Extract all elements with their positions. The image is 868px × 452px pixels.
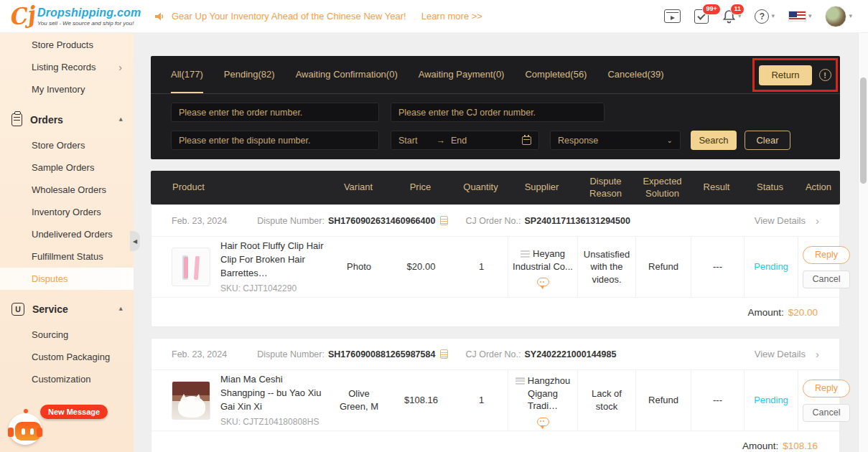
supplier-name[interactable]: Hangzhou Qigang Tradi… (513, 375, 573, 413)
main-content: All(177) Pending(82) Awaiting Confirmati… (134, 33, 858, 452)
sidebar-item-custom-packaging[interactable]: Custom Packaging (0, 346, 134, 368)
account-menu[interactable]: ▾ (825, 6, 852, 27)
reply-button[interactable]: Reply (803, 380, 850, 397)
product-image[interactable] (172, 381, 210, 420)
column-product: Product (151, 182, 330, 194)
date-range-picker[interactable]: Start → End (391, 131, 539, 150)
cancel-button[interactable]: Cancel (803, 270, 850, 288)
sidebar-item-label: Sourcing (32, 329, 68, 340)
search-button[interactable]: Search (691, 131, 737, 150)
dispute-card: Feb. 23, 2024 Dispute Number: SH17609026… (151, 204, 840, 327)
view-details-link[interactable]: View Details › (755, 215, 819, 227)
tasks-button[interactable]: 99+ (694, 9, 709, 24)
new-message-badge[interactable]: New Message (40, 405, 108, 419)
sidebar-item-store-products[interactable]: Store Products (0, 34, 134, 56)
caret-down-icon: ▾ (849, 13, 852, 19)
sidebar-item-undelivered-orders[interactable]: Undelivered Orders (0, 223, 134, 245)
product-title[interactable]: Mian Ma Ceshi Shangping -- bu Yao Xiu Ga… (220, 373, 327, 414)
supplier-chat-icon[interactable] (537, 278, 549, 286)
view-details-link[interactable]: View Details › (755, 348, 819, 360)
sidebar-collapse-handle[interactable]: ◀ (130, 231, 140, 251)
clear-button[interactable]: Clear (745, 131, 790, 150)
speaker-icon (154, 11, 165, 22)
date-start-placeholder: Start (398, 136, 417, 146)
sidebar-item-sourcing[interactable]: Sourcing (0, 324, 134, 346)
tab-awaiting-payment[interactable]: Awaiting Payment(0) (419, 56, 505, 93)
price-cell: $20.00 (387, 237, 455, 297)
tab-completed[interactable]: Completed(56) (525, 56, 587, 93)
quantity-cell: 1 (455, 370, 508, 430)
order-number-input[interactable] (171, 103, 379, 122)
tab-awaiting-confirmation[interactable]: Awaiting Confirmation(0) (296, 56, 398, 93)
reply-button[interactable]: Reply (803, 246, 850, 264)
column-price: Price (386, 182, 454, 194)
product-title[interactable]: Hair Root Fluffy Clip Hair Clip For Brok… (220, 240, 327, 281)
response-select[interactable]: Response ⌄ (550, 131, 681, 150)
product-cell: Hair Root Fluffy Clip Hair Clip For Brok… (151, 237, 331, 297)
chevron-right-icon: › (816, 348, 819, 360)
product-sku: SKU: CJJT1042290 (220, 283, 327, 294)
sidebar-item-label: Store Products (32, 39, 93, 50)
sidebar-item-sample-orders[interactable]: Sample Orders (0, 156, 134, 179)
video-tutorials-button[interactable] (664, 9, 681, 23)
sidebar-item-wholesale-orders[interactable]: Wholesale Orders (0, 179, 134, 201)
dispute-reason-cell: Lack of stock (577, 370, 635, 430)
sidebar-item-customization[interactable]: Customization (0, 368, 134, 390)
dispute-date: Feb. 23, 2024 (172, 216, 227, 226)
scrollbar-thumb[interactable] (860, 77, 867, 184)
chevron-right-icon: › (816, 215, 819, 227)
sidebar-item-label: Store Orders (32, 140, 85, 151)
tab-canceled[interactable]: Canceled(39) (607, 56, 663, 93)
tab-all[interactable]: All(177) (171, 56, 203, 93)
video-icon (664, 9, 681, 23)
info-exclamation-icon[interactable]: ! (819, 69, 831, 81)
sidebar-item-label: Customization (32, 374, 90, 385)
supplier-name[interactable]: Heyang Industrial Co... (513, 248, 573, 273)
page-scrollbar[interactable] (858, 33, 868, 452)
language-selector[interactable]: ▾ (788, 11, 812, 22)
sidebar-item-disputes[interactable]: Disputes (0, 268, 134, 290)
logo-brand-text: Dropshipping.com (37, 6, 141, 19)
product-cell: Mian Ma Ceshi Shangping -- bu Yao Xiu Ga… (151, 370, 331, 430)
date-arrow-icon: → (436, 136, 445, 146)
sidebar-item-my-inventory[interactable]: My Inventory (0, 78, 134, 100)
sidebar-item-inventory-orders[interactable]: Inventory Orders (0, 201, 134, 223)
amount-value: $108.16 (783, 441, 818, 451)
sidebar-section-label: Orders (30, 114, 63, 126)
supplier-chat-icon[interactable] (537, 418, 549, 426)
copy-icon[interactable] (440, 216, 448, 225)
header-actions: 99+ 11 ▾ ? ▾ ▾ ▾ (664, 6, 868, 27)
copy-icon[interactable] (440, 349, 448, 359)
logo-monogram: Cj (7, 4, 35, 28)
tab-pending[interactable]: Pending(82) (224, 56, 275, 93)
robot-mascot-icon (6, 409, 46, 448)
avatar (825, 6, 846, 27)
sidebar-section-orders[interactable]: Orders ▾ (0, 105, 134, 134)
sidebar-item-listing-records[interactable]: Listing Records› (0, 56, 134, 78)
product-image[interactable] (172, 248, 210, 286)
sidebar-section-service[interactable]: U Service ▾ (0, 295, 134, 324)
chevron-down-icon: ⌄ (667, 136, 673, 144)
dispute-card: Feb. 23, 2024 Dispute Number: SH17609008… (151, 338, 840, 452)
return-button[interactable]: Return (759, 65, 811, 85)
variant-cell: Olive Green, M (331, 370, 387, 430)
notifications-button[interactable]: 11 ▾ (722, 9, 742, 24)
orders-icon (11, 113, 22, 126)
chat-mascot[interactable]: New Message (6, 405, 113, 449)
cj-order-value: SY2402221000144985 (525, 349, 617, 359)
sidebar-item-fulfillment-status[interactable]: Fulfillment Status (0, 245, 134, 268)
dispute-number-input[interactable] (171, 131, 379, 150)
cj-order-value: SP2401171136131294500 (525, 216, 630, 226)
sidebar-item-store-orders[interactable]: Store Orders (0, 134, 134, 156)
cj-order-number-input[interactable] (391, 103, 605, 122)
announcement-learn-more-link[interactable]: Learn more >> (421, 11, 482, 22)
logo[interactable]: Cj Dropshipping.com You sell - We source… (0, 6, 142, 27)
factory-icon (521, 250, 530, 258)
announcement-text: Gear Up Your Inventory Ahead of the Chin… (172, 11, 406, 22)
amount-row: Amount: $20.00 (151, 298, 839, 326)
table-header: Product Variant Price Quantity Supplier … (151, 171, 840, 204)
help-button[interactable]: ? ▾ (755, 9, 775, 24)
sidebar-item-label: My Inventory (32, 84, 85, 95)
cancel-button[interactable]: Cancel (803, 404, 850, 422)
announcement-banner: Gear Up Your Inventory Ahead of the Chin… (154, 11, 482, 22)
